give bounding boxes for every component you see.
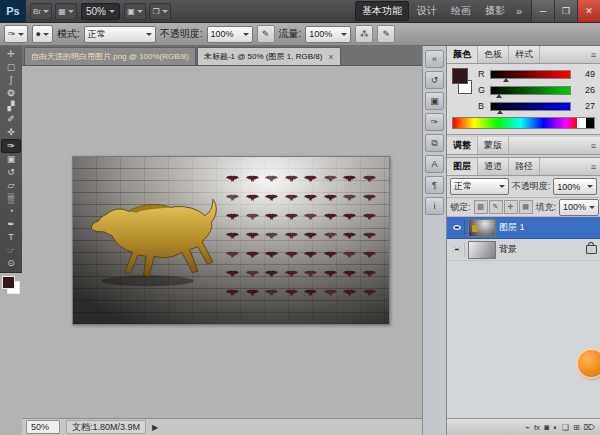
zoom-level-box[interactable]: 50% (81, 3, 120, 20)
bat-mark (324, 194, 337, 202)
workspace-overflow-button[interactable]: » (511, 5, 527, 17)
foreground-color-swatch[interactable] (452, 68, 468, 84)
tablet-pressure-flow-icon[interactable]: ✎ (377, 25, 395, 43)
tab-styles[interactable]: 样式 (509, 46, 540, 63)
ps-logo[interactable]: Ps (0, 0, 26, 22)
color-spectrum-ramp[interactable] (452, 117, 595, 129)
tab-color[interactable]: 颜色 (447, 46, 478, 63)
layer-mask-icon[interactable]: ◙ (544, 423, 549, 432)
layer-row[interactable]: 图层 1 (447, 217, 600, 239)
canvas-area[interactable] (22, 66, 422, 418)
move-tool[interactable]: ✛ (2, 48, 20, 61)
document-canvas[interactable] (72, 156, 390, 325)
panel-menu-icon[interactable]: ≡ (587, 46, 600, 63)
slider-thumb[interactable] (496, 94, 502, 98)
tablet-pressure-opacity-icon[interactable]: ✎ (257, 25, 275, 43)
layer-thumbnail[interactable] (468, 241, 496, 259)
history-brush-tool[interactable]: ↺ (2, 166, 20, 179)
tab-layers[interactable]: 图层 (447, 158, 478, 175)
bat-mark (246, 270, 259, 278)
foreground-color-swatch[interactable] (2, 276, 15, 289)
blend-mode-select[interactable]: 正常 (84, 26, 156, 43)
workspace-design[interactable]: 设计 (411, 2, 443, 20)
layer-thumbnail[interactable] (468, 219, 496, 237)
marquee-tool[interactable]: ▢ (2, 61, 20, 74)
eyedropper-tool[interactable]: ✐ (2, 113, 20, 126)
tab-channels[interactable]: 通道 (478, 158, 509, 175)
history-panel-icon[interactable]: ↺ (425, 71, 444, 89)
link-layers-icon[interactable]: ⌁ (525, 423, 530, 432)
flow-select[interactable]: 100% (305, 26, 351, 43)
close-button[interactable]: ✕ (577, 0, 600, 22)
visibility-eye-icon[interactable] (450, 220, 465, 235)
blur-tool[interactable]: ◔ (2, 205, 20, 218)
document-tab-active[interactable]: 未标题-1 @ 50% (图层 1, RGB/8) × (197, 47, 341, 65)
brush-panel-icon[interactable]: ✑ (425, 113, 444, 131)
lock-all-icon[interactable]: ▤ (519, 200, 533, 214)
opacity-select[interactable]: 100% (207, 26, 253, 43)
clone-source-panel-icon[interactable]: ⧉ (425, 134, 444, 152)
workspace-basic[interactable]: 基本功能 (355, 1, 409, 21)
layer-row[interactable]: 背景 (447, 239, 600, 261)
panel-menu-icon[interactable]: ≡ (587, 137, 600, 154)
lock-pixels-icon[interactable]: ✎ (489, 200, 503, 214)
view-extras-icon[interactable]: ▦ (55, 3, 77, 20)
visibility-eye-icon[interactable] (450, 242, 465, 257)
type-tool[interactable]: T (2, 231, 20, 244)
gradient-tool[interactable]: ▒ (2, 192, 20, 205)
status-flyout-button[interactable]: ▶ (152, 423, 158, 432)
adjustment-layer-icon[interactable]: ◐ (553, 423, 558, 432)
close-tab-icon[interactable]: × (328, 52, 333, 62)
tab-masks[interactable]: 蒙版 (478, 137, 509, 154)
green-value-field[interactable]: 26 (575, 85, 595, 95)
minimize-button[interactable]: ─ (531, 0, 554, 22)
panel-menu-icon[interactable]: ≡ (587, 158, 600, 175)
slider-thumb[interactable] (503, 78, 509, 82)
blue-slider[interactable] (490, 102, 571, 111)
document-tab[interactable]: 自由天涯的明白用图片.png @ 100%(RGB/8) (24, 47, 196, 65)
new-layer-icon[interactable]: ⊞ (573, 423, 580, 432)
tab-paths[interactable]: 路径 (509, 158, 540, 175)
layer-style-icon[interactable]: fx (534, 423, 540, 432)
layer-opacity-select[interactable]: 100% (553, 178, 597, 195)
clone-stamp-tool[interactable]: ▣ (2, 153, 20, 166)
lock-transparency-icon[interactable]: ▨ (474, 200, 488, 214)
slider-thumb[interactable] (497, 110, 503, 114)
red-value-field[interactable]: 49 (575, 69, 595, 79)
tool-preset-picker[interactable]: ✑ (4, 25, 28, 43)
styles-panel-icon[interactable]: ▣ (425, 92, 444, 110)
pen-tool[interactable]: ✒ (2, 218, 20, 231)
green-slider[interactable] (490, 86, 571, 95)
red-slider[interactable] (490, 70, 571, 79)
quick-select-tool[interactable]: ❂ (2, 87, 20, 100)
tab-adjustments[interactable]: 调整 (447, 137, 478, 154)
arrange-documents-icon[interactable]: ▣ (124, 3, 146, 20)
hand-tool[interactable]: ☞ (2, 244, 20, 257)
eraser-tool[interactable]: ▱ (2, 179, 20, 192)
launch-bridge-icon[interactable]: Br (30, 3, 52, 20)
tools-column: ✛▢ʃ❂▞✐✜✑▣↺▱▒◔✒T☞⊙ (0, 46, 22, 435)
healing-brush-tool[interactable]: ✜ (2, 126, 20, 139)
tab-swatches[interactable]: 色板 (478, 46, 509, 63)
screen-mode-icon[interactable]: ❒ (149, 3, 171, 20)
workspace-photography[interactable]: 摄影 (479, 2, 511, 20)
layer-group-icon[interactable]: ❏ (562, 423, 569, 432)
airbrush-toggle-icon[interactable]: ⁂ (355, 25, 373, 43)
maximize-button[interactable]: ❐ (554, 0, 577, 22)
layer-fill-select[interactable]: 100% (559, 199, 599, 216)
layer-blend-mode-select[interactable]: 正常 (450, 178, 509, 195)
brush-preset-picker[interactable]: ● (32, 25, 53, 43)
crop-tool[interactable]: ▞ (2, 100, 20, 113)
lock-position-icon[interactable]: ✛ (504, 200, 518, 214)
zoom-tool[interactable]: ⊙ (2, 257, 20, 270)
delete-layer-icon[interactable]: ⌦ (584, 423, 595, 432)
brush-tool[interactable]: ✑ (1, 139, 21, 153)
info-panel-icon[interactable]: i (425, 197, 444, 215)
character-panel-icon[interactable]: A (425, 155, 444, 173)
paragraph-panel-icon[interactable]: ¶ (425, 176, 444, 194)
blue-value-field[interactable]: 27 (575, 101, 595, 111)
status-zoom-field[interactable]: 50% (26, 420, 60, 434)
workspace-painting[interactable]: 绘画 (445, 2, 477, 20)
collapse-panels-icon[interactable]: « (425, 50, 444, 68)
lasso-tool[interactable]: ʃ (2, 74, 20, 87)
